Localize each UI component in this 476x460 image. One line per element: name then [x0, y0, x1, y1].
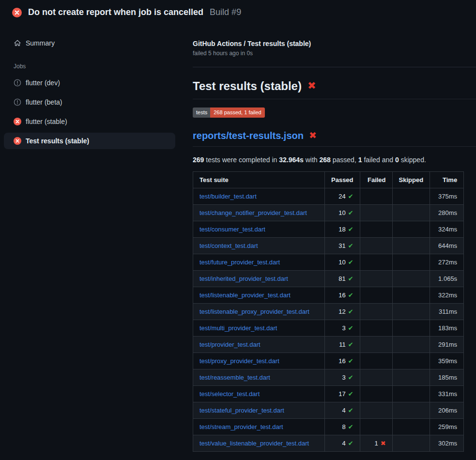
passed-cell: 4✔: [325, 402, 360, 418]
skipped-cell: [392, 237, 430, 254]
test-suite-link[interactable]: test/reassemble_test.dart: [200, 374, 270, 381]
passed-cell: 18✔: [325, 221, 360, 237]
table-row: test/change_notifier_provider_test.dart1…: [193, 204, 464, 221]
workflow-breadcrumb: GitHub Actions / Test results (stable): [193, 40, 476, 47]
col-header-test-suite: Test suite: [193, 171, 325, 188]
sidebar-item-label: Test results (stable): [26, 137, 89, 145]
section-title: Test results (stable) ✖: [193, 79, 476, 99]
cross-icon: ✖: [381, 440, 386, 447]
passed-value: 4: [342, 440, 345, 447]
passed-cell: 3✔: [325, 320, 360, 336]
time-cell: 206ms: [430, 402, 464, 418]
table-row: test/value_listenable_provider_test.dart…: [193, 435, 464, 451]
sidebar-item-flutter-dev[interactable]: flutter (dev): [4, 75, 175, 91]
test-suite-link[interactable]: test/consumer_test.dart: [200, 226, 265, 233]
test-suite-link[interactable]: test/listenable_proxy_provider_test.dart: [200, 308, 309, 315]
failed-cell: [360, 320, 392, 336]
failed-cell: [360, 287, 392, 303]
passed-cell: 4✔: [325, 435, 360, 451]
check-icon: ✔: [348, 341, 353, 348]
failed-cell: [360, 221, 392, 237]
passed-value: 3: [342, 324, 345, 332]
skipped-count: 0: [395, 156, 399, 164]
sidebar-item-label: flutter (beta): [26, 98, 62, 106]
test-suite-cell: test/consumer_test.dart: [193, 221, 325, 237]
test-suite-link[interactable]: test/inherited_provider_test.dart: [200, 275, 288, 282]
build-title: Do not create report when job is cancell…: [28, 7, 203, 18]
skipped-cell: [392, 303, 430, 320]
run-status-line: failed 5 hours ago in 0s: [193, 50, 476, 57]
test-suite-link[interactable]: test/change_notifier_provider_test.dart: [200, 209, 307, 216]
sidebar-item-test-results-stable[interactable]: Test results (stable): [4, 133, 175, 149]
sidebar: Summary Jobs flutter (dev) flutter (beta…: [0, 22, 181, 152]
time-cell: 324ms: [430, 221, 464, 237]
failed-cell: [360, 237, 392, 254]
test-suite-cell: test/multi_provider_test.dart: [193, 320, 325, 336]
test-suite-link[interactable]: test/provider_test.dart: [200, 341, 261, 348]
table-row: test/stream_provider_test.dart8✔259ms: [193, 418, 464, 435]
passed-value: 16: [338, 357, 345, 365]
table-row: test/future_provider_test.dart10✔272ms: [193, 254, 464, 270]
skipped-cell: [392, 418, 430, 435]
test-suite-link[interactable]: test/context_test.dart: [200, 242, 258, 249]
main-content: GitHub Actions / Test results (stable) f…: [181, 22, 476, 452]
table-header-row: Test suite Passed Failed Skipped Time: [193, 171, 464, 188]
build-number: Build #9: [210, 7, 241, 17]
failed-cell: [360, 188, 392, 204]
test-suite-cell: test/change_notifier_provider_test.dart: [193, 204, 325, 221]
test-suite-link[interactable]: test/stateful_provider_test.dart: [200, 407, 284, 414]
section-title-text: Test results (stable): [193, 79, 302, 93]
test-suite-link[interactable]: test/stream_provider_test.dart: [200, 423, 283, 430]
passed-value: 4: [342, 407, 345, 414]
table-row: test/context_test.dart31✔644ms: [193, 237, 464, 254]
test-suite-link[interactable]: test/selector_test.dart: [200, 390, 260, 398]
sidebar-item-flutter-stable[interactable]: flutter (stable): [4, 113, 175, 130]
skipped-cell: [392, 221, 430, 237]
table-row: test/stateful_provider_test.dart4✔206ms: [193, 402, 464, 418]
results-table-body: test/builder_test.dart24✔375mstest/chang…: [193, 188, 464, 451]
passed-count: 268: [320, 156, 331, 164]
check-icon: ✔: [348, 308, 353, 315]
passed-value: 18: [338, 226, 345, 233]
x-circle-icon: [12, 8, 22, 17]
build-header: Do not create report when job is cancell…: [0, 0, 476, 22]
report-file-link[interactable]: reports/test-results.json: [193, 130, 304, 142]
passed-cell: 10✔: [325, 204, 360, 221]
table-row: test/inherited_provider_test.dart81✔1.06…: [193, 270, 464, 287]
passed-cell: 31✔: [325, 237, 360, 254]
skipped-cell: [392, 188, 430, 204]
test-suite-link[interactable]: test/value_listenable_provider_test.dart: [200, 440, 309, 447]
check-icon: ✔: [348, 407, 353, 414]
passed-cell: 24✔: [325, 188, 360, 204]
test-suite-cell: test/listenable_provider_test.dart: [193, 287, 325, 303]
time-cell: 185ms: [430, 369, 464, 385]
sidebar-item-label: flutter (stable): [26, 118, 67, 125]
failed-cell: [360, 369, 392, 385]
test-suite-cell: test/value_listenable_provider_test.dart: [193, 435, 325, 451]
table-row: test/multi_provider_test.dart3✔183ms: [193, 320, 464, 336]
test-suite-link[interactable]: test/multi_provider_test.dart: [200, 324, 277, 332]
failed-value: 1: [374, 440, 378, 447]
test-suite-link[interactable]: test/listenable_provider_test.dart: [200, 291, 291, 299]
test-results-table: Test suite Passed Failed Skipped Time te…: [193, 171, 464, 452]
test-suite-cell: test/stateful_provider_test.dart: [193, 402, 325, 418]
sidebar-item-flutter-beta[interactable]: flutter (beta): [4, 94, 175, 110]
test-suite-link[interactable]: test/future_provider_test.dart: [200, 259, 280, 266]
failed-cell: [360, 418, 392, 435]
passed-cell: 10✔: [325, 254, 360, 270]
sidebar-item-summary[interactable]: Summary: [4, 35, 175, 51]
passed-value: 17: [338, 390, 345, 398]
check-icon: ✔: [348, 259, 353, 266]
time-cell: 259ms: [430, 418, 464, 435]
report-title: reports/test-results.json ✖: [193, 130, 476, 147]
alert-circle-icon: [14, 98, 21, 106]
test-suite-link[interactable]: test/proxy_provider_test.dart: [200, 357, 279, 365]
x-circle-icon: [14, 137, 21, 145]
failed-cell: [360, 270, 392, 287]
skipped-cell: [392, 254, 430, 270]
test-suite-link[interactable]: test/builder_test.dart: [200, 193, 257, 200]
passed-value: 12: [338, 308, 345, 315]
passed-value: 10: [338, 209, 345, 216]
passed-value: 10: [338, 259, 345, 266]
time-cell: 1.065s: [430, 270, 464, 287]
